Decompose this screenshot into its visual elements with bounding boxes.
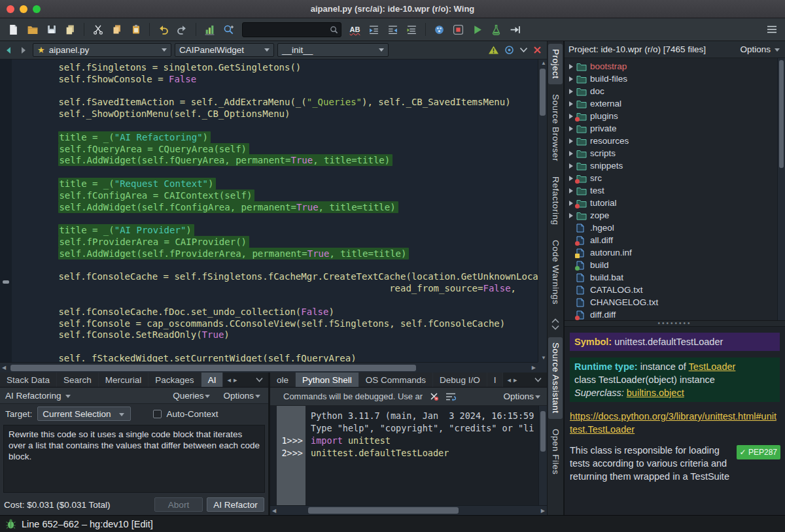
new-file-icon[interactable] <box>5 21 22 38</box>
scroll-left-arrow[interactable]: ◀ <box>2 365 6 371</box>
target-select[interactable]: Current Selection <box>37 407 130 421</box>
expand-arrow-icon[interactable] <box>569 213 573 218</box>
shell-line[interactable]: Python 3.11.7 (main, Jan 3 2024, 16:15:5… <box>277 410 538 422</box>
symbol-index-icon[interactable] <box>504 45 514 55</box>
shell-panel-tab-ole[interactable]: ole <box>270 373 296 387</box>
documentation-link[interactable]: https://docs.python.org/3/library/unitte… <box>570 411 776 435</box>
expand-arrow-icon[interactable] <box>569 64 573 69</box>
tree-item-doc[interactable]: doc <box>565 85 785 97</box>
tree-item-build-bat[interactable]: build.bat <box>565 271 785 284</box>
zoom-window-button[interactable] <box>33 5 41 13</box>
editor-menu-chevron-icon[interactable] <box>519 47 528 53</box>
code-line[interactable]: self.AddWidget(self.fQueryArea, permanen… <box>14 155 538 167</box>
menu-icon[interactable] <box>763 21 780 38</box>
tree-item-diff-diff[interactable]: diff.diff <box>565 308 785 320</box>
scroll-right-arrow[interactable]: ▶ <box>532 365 536 371</box>
class-dropdown[interactable]: CAIPanelWidget <box>175 43 274 57</box>
tab-scroll-left-icon[interactable]: ◂ <box>507 376 511 384</box>
code-line[interactable]: self._ShowOptionMenu(self._CB_OptionsMen… <box>14 108 538 120</box>
auto-context-checkbox[interactable] <box>153 410 162 418</box>
tree-item-tutorial[interactable]: tutorial <box>565 197 785 209</box>
python-shell[interactable]: Python 3.11.7 (main, Jan 3 2024, 16:15:5… <box>270 406 547 505</box>
code-line[interactable]: self.fConsoleCache = self.fSingletons.fC… <box>14 271 538 283</box>
ai-panel-tab-mercurial[interactable]: Mercurial <box>99 373 149 387</box>
close-editor-icon[interactable] <box>533 46 542 54</box>
stop-debug-icon[interactable] <box>449 21 467 38</box>
tree-item-resources[interactable]: resources <box>565 135 785 147</box>
shell-line[interactable]: 2>>>unittest.defaultTestLoader <box>277 447 538 459</box>
convert-indent-icon[interactable] <box>403 21 421 38</box>
code-line[interactable]: self.fQueryArea = CQueryArea(self) <box>14 144 538 156</box>
shell-output[interactable]: Python 3.11.7 (main, Jan 3 2024, 16:15:5… <box>277 410 538 459</box>
editor-horizontal-scrollbar[interactable]: ◀ ▶ <box>0 362 538 373</box>
code-area[interactable]: self.fSingletons = singleton.GetSingleto… <box>12 59 538 362</box>
expand-arrow-icon[interactable] <box>569 163 573 169</box>
cut-icon[interactable] <box>89 21 107 38</box>
tree-item-autorun-inf[interactable]: autorun.inf <box>565 246 785 259</box>
profile-chart-icon[interactable] <box>201 21 218 38</box>
tree-item-external[interactable]: external <box>565 97 785 110</box>
minimize-window-button[interactable] <box>20 5 27 13</box>
nav-back-icon[interactable] <box>3 44 14 57</box>
scrollbar-thumb[interactable] <box>540 411 546 452</box>
tree-item-all-diff[interactable]: all.diff <box>565 234 785 246</box>
scrollbar-thumb[interactable] <box>308 507 459 514</box>
shell-options-menu[interactable]: Options <box>503 391 542 401</box>
bug-icon[interactable] <box>5 518 16 529</box>
goto-symbol-icon[interactable]: AB <box>346 21 364 38</box>
scroll-right-arrow[interactable]: ▶ <box>541 508 545 514</box>
code-line[interactable]: self.fProviderArea = CAIProvider() <box>14 237 538 248</box>
save-icon[interactable] <box>43 21 60 38</box>
run-debug-icon[interactable] <box>468 21 486 38</box>
code-line[interactable]: self.fShowConsole = False <box>14 74 538 86</box>
scroll-down-arrow[interactable]: ▼ <box>541 356 546 361</box>
side-tab-open-files[interactable]: Open Files <box>548 424 563 480</box>
code-line[interactable]: self.fSingletons = singleton.GetSingleto… <box>14 62 538 74</box>
superclass-link[interactable]: builtins.object <box>627 388 684 398</box>
code-line[interactable]: self._fStackedWidget.setCurrentWidget(se… <box>14 353 538 362</box>
project-scrollbar[interactable] <box>777 58 785 320</box>
code-line[interactable]: title = _("AI Provider") <box>14 225 538 237</box>
ai-panel-tab-ai[interactable]: AI <box>201 373 224 387</box>
expand-arrow-icon[interactable] <box>569 176 573 181</box>
panel-splitter-handle[interactable]: •••••••• <box>565 320 785 327</box>
tree-item-src[interactable]: src <box>565 172 785 184</box>
scroll-down-chevron-icon[interactable] <box>551 325 559 330</box>
code-line[interactable] <box>14 260 538 272</box>
clear-shell-icon[interactable] <box>429 391 439 401</box>
code-line[interactable]: self.fConsole.SetReadOnly(True) <box>14 329 538 341</box>
code-line[interactable]: self.fConsole = cap_oscommands.CConsoleV… <box>14 318 538 330</box>
shell-panel-tab-i[interactable]: I <box>487 373 504 387</box>
copy-icon[interactable] <box>108 21 126 38</box>
side-tab-project[interactable]: Project <box>548 44 563 84</box>
tree-item-catalog-txt[interactable]: CATALOG.txt <box>565 284 785 296</box>
side-tab-code-warnings[interactable]: Code Warnings <box>548 235 563 310</box>
ai-panel-tab-packages[interactable]: Packages <box>148 373 201 387</box>
side-tab-source-browser[interactable]: Source Browser <box>548 89 563 167</box>
tab-scroll-right-icon[interactable]: ▸ <box>514 376 517 384</box>
symbol-dropdown[interactable]: __init__ <box>277 43 389 57</box>
debug-attach-icon[interactable] <box>430 21 448 38</box>
tree-item-test[interactable]: test <box>565 184 785 197</box>
code-line[interactable] <box>14 295 538 307</box>
expand-arrow-icon[interactable] <box>569 126 573 131</box>
scrollbar-thumb[interactable] <box>540 69 546 116</box>
code-line[interactable] <box>14 120 538 132</box>
code-line[interactable]: self.fConsoleCache.fDoc.set_undo_collect… <box>14 307 538 318</box>
indent-icon[interactable] <box>365 21 383 38</box>
outdent-icon[interactable] <box>384 21 402 38</box>
expand-arrow-icon[interactable] <box>569 89 573 94</box>
tree-item-snippets[interactable]: snippets <box>565 159 785 172</box>
scrollbar-thumb[interactable] <box>10 365 416 371</box>
save-all-icon[interactable] <box>61 21 79 38</box>
shell-panel-tab-os-commands[interactable]: OS Commands <box>359 373 433 387</box>
code-editor[interactable]: self.fSingletons = singleton.GetSingleto… <box>0 59 547 373</box>
code-line[interactable]: self.fSavedItemAction = self._AddExtraMe… <box>14 97 538 108</box>
shell-horizontal-scrollbar[interactable]: ◀ ▶ <box>270 505 547 515</box>
queries-menu[interactable]: Queries <box>173 391 211 401</box>
search-in-files-icon[interactable] <box>220 21 237 38</box>
project-options-menu[interactable]: Options <box>735 44 781 54</box>
scroll-up-chevron-icon[interactable] <box>551 318 559 324</box>
scroll-left-arrow[interactable]: ◀ <box>272 508 276 514</box>
expand-arrow-icon[interactable] <box>569 114 573 119</box>
